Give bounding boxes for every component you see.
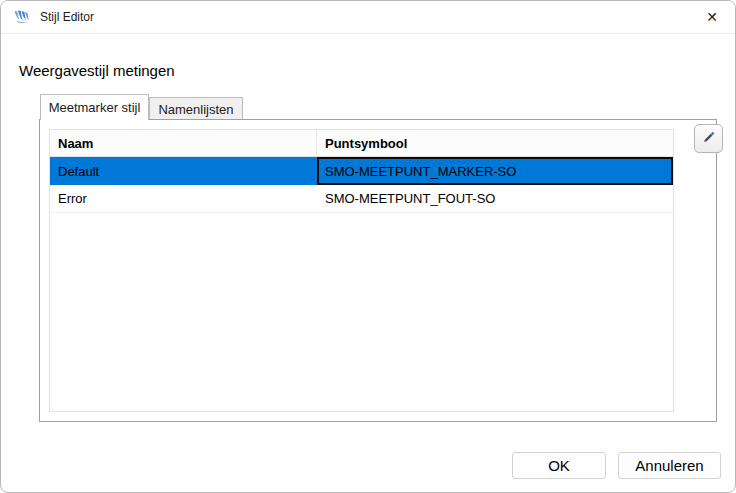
app-logo-icon	[13, 8, 31, 26]
table-row-default[interactable]: Default SMO-MEETPUNT_MARKER-SO	[50, 157, 673, 185]
styles-table: Naam Puntsymbool Default SMO-MEETPUNT_MA…	[49, 129, 674, 412]
cell-naam[interactable]: Default	[50, 157, 317, 185]
page-title: Weergavestijl metingen	[19, 62, 175, 79]
cell-naam[interactable]: Error	[50, 185, 317, 212]
cell-puntsymbool[interactable]: SMO-MEETPUNT_FOUT-SO	[317, 185, 673, 212]
cancel-button-label: Annuleren	[635, 457, 703, 474]
close-button[interactable]: ✕	[689, 1, 735, 33]
table-row-error[interactable]: Error SMO-MEETPUNT_FOUT-SO	[50, 185, 673, 213]
cell-puntsymbool[interactable]: SMO-MEETPUNT_MARKER-SO	[317, 157, 673, 185]
tab-namenlijsten[interactable]: Namenlijsten	[149, 97, 243, 120]
stijl-editor-dialog: Stijl Editor ✕ Weergavestijl metingen Me…	[0, 0, 736, 493]
column-header-naam[interactable]: Naam	[50, 130, 317, 156]
title-bar: Stijl Editor ✕	[1, 1, 735, 34]
ok-button[interactable]: OK	[512, 452, 606, 479]
table-header-row: Naam Puntsymbool	[50, 130, 673, 157]
tab-label: Namenlijsten	[158, 102, 233, 117]
tab-meetmarker-stijl[interactable]: Meetmarker stijl	[40, 94, 149, 120]
column-header-puntsymbool[interactable]: Puntsymbool	[317, 130, 673, 156]
close-icon: ✕	[706, 9, 718, 25]
edit-style-button[interactable]	[694, 124, 723, 153]
ok-button-label: OK	[548, 457, 570, 474]
pencil-icon	[701, 129, 717, 149]
window-title: Stijl Editor	[40, 10, 94, 24]
tab-label: Meetmarker stijl	[49, 100, 141, 115]
cancel-button[interactable]: Annuleren	[618, 452, 721, 479]
tab-content-panel: Naam Puntsymbool Default SMO-MEETPUNT_MA…	[39, 119, 717, 422]
